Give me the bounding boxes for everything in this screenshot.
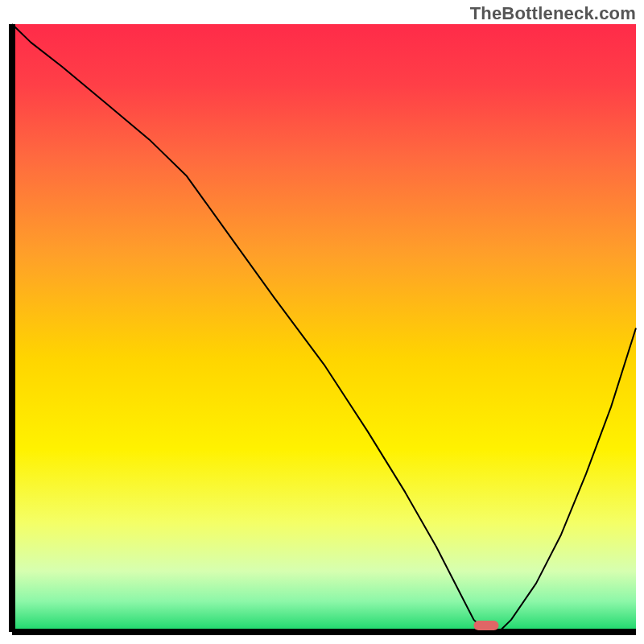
watermark-text: TheBottleneck.com — [470, 3, 636, 24]
plot-background-gradient — [12, 24, 636, 632]
optimal-marker — [474, 621, 499, 630]
bottleneck-chart — [0, 0, 644, 644]
chart-container: TheBottleneck.com — [0, 0, 644, 644]
